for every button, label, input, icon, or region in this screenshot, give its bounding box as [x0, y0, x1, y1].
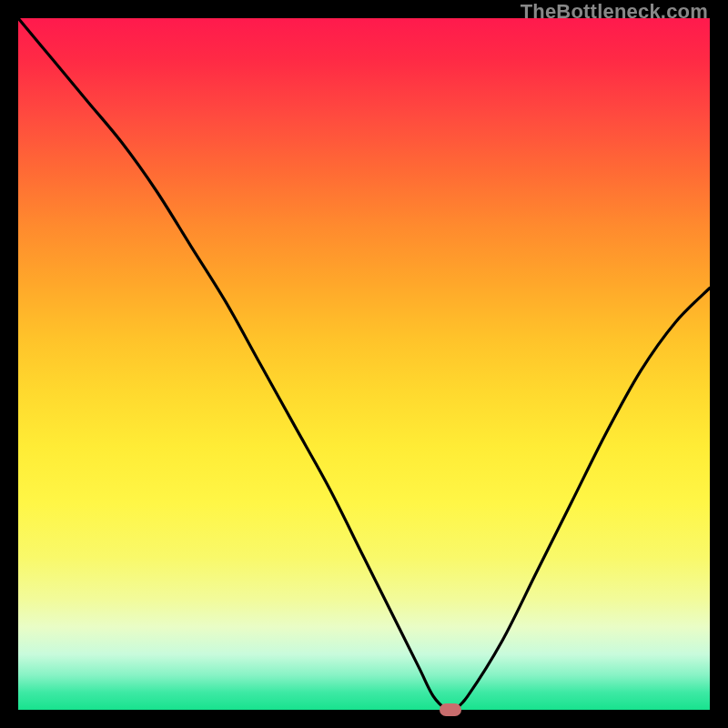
optimal-point-marker: [440, 703, 461, 716]
bottleneck-curve: [18, 18, 710, 710]
plot-area: [18, 18, 710, 710]
chart-frame: TheBottleneck.com: [0, 0, 728, 728]
